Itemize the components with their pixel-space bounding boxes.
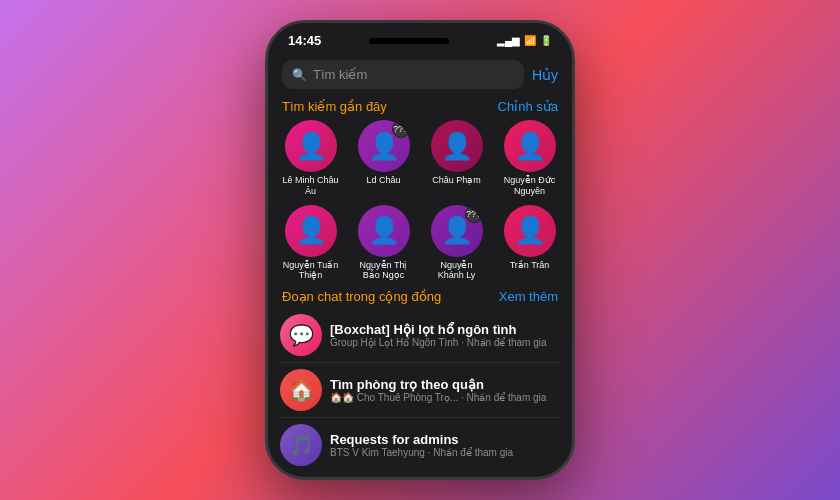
avatar-item-7[interactable]: 👤 Trần Trân xyxy=(497,205,562,282)
avatar-item-6[interactable]: 👤 ??? Nguyễn Khánh Ly xyxy=(424,205,489,282)
signal-icon: ▂▄▆ xyxy=(497,35,520,46)
chat-item-2[interactable]: 🎵 Requests for admins BTS V Kim Taehyung… xyxy=(278,418,562,472)
avatars-grid: 👤 Lê Minh Châu Âu 👤 ??? Ld Châu 👤 Châu P… xyxy=(268,120,572,281)
avatar-circle-2: 👤 xyxy=(431,120,483,172)
chat-item-1[interactable]: 🏠 Tìm phòng trọ theo quận 🏠🏠 Cho Thuê Ph… xyxy=(278,363,562,418)
recent-title: Tìm kiếm gần đây xyxy=(282,99,387,114)
avatar-circle-3: 👤 xyxy=(504,120,556,172)
chat-name-1: Tìm phòng trọ theo quận xyxy=(330,377,560,392)
avatar-circle-4: 👤 xyxy=(285,205,337,257)
avatar-name-4: Nguyễn Tuấn Thiện xyxy=(282,260,340,282)
community-title: Đoạn chat trong cộng đồng xyxy=(282,289,441,304)
chat-sub-0: Group Hội Lọt Hổ Ngôn Tình · Nhấn để tha… xyxy=(330,337,560,348)
chat-sub-2: BTS V Kim Taehyung · Nhấn để tham gia xyxy=(330,447,560,458)
edit-button[interactable]: Chỉnh sửa xyxy=(498,99,558,114)
avatar-name-0: Lê Minh Châu Âu xyxy=(282,175,340,197)
avatar-name-7: Trần Trân xyxy=(510,260,550,271)
chat-avatar-1: 🏠 xyxy=(280,369,322,411)
avatar-item-4[interactable]: 👤 Nguyễn Tuấn Thiện xyxy=(278,205,343,282)
cancel-button[interactable]: Hủy xyxy=(532,67,558,83)
avatar-name-6: Nguyễn Khánh Ly xyxy=(428,260,486,282)
avatar-item-2[interactable]: 👤 Châu Phạm xyxy=(424,120,489,197)
chat-info-2: Requests for admins BTS V Kim Taehyung ·… xyxy=(330,432,560,458)
status-time: 14:45 xyxy=(288,33,321,48)
chat-sub-1: 🏠🏠 Cho Thuê Phòng Trọ... · Nhấn để tham … xyxy=(330,392,560,403)
chat-info-1: Tìm phòng trọ theo quận 🏠🏠 Cho Thuê Phòn… xyxy=(330,377,560,403)
avatar-circle-5: 👤 xyxy=(358,205,410,257)
chat-item-0[interactable]: 💬 [Boxchat] Hội lọt hổ ngôn tình Group H… xyxy=(278,308,562,363)
avatar-item-3[interactable]: 👤 Nguyễn Đức Nguyên xyxy=(497,120,562,197)
search-icon: 🔍 xyxy=(292,68,307,82)
avatar-circle-1: 👤 ??? xyxy=(358,120,410,172)
avatar-name-5: Nguyễn Thị Bảo Ngọc xyxy=(355,260,413,282)
avatar-circle-6: 👤 ??? xyxy=(431,205,483,257)
chat-name-2: Requests for admins xyxy=(330,432,560,447)
question-badge-1: ??? xyxy=(392,120,410,138)
avatar-item-1[interactable]: 👤 ??? Ld Châu xyxy=(351,120,416,197)
search-input-box[interactable]: 🔍 Tìm kiếm xyxy=(282,60,524,89)
wifi-icon: 📶 xyxy=(524,35,536,46)
recent-section-header: Tìm kiếm gần đây Chỉnh sửa xyxy=(268,95,572,120)
question-badge-6: ??? xyxy=(465,205,483,223)
chat-name-0: [Boxchat] Hội lọt hổ ngôn tình xyxy=(330,322,560,337)
chat-info-0: [Boxchat] Hội lọt hổ ngôn tình Group Hội… xyxy=(330,322,560,348)
status-bar: 14:45 ▂▄▆ 📶 🔋 xyxy=(268,23,572,54)
community-section-header: Đoạn chat trong cộng đồng Xem thêm xyxy=(268,281,572,308)
chat-avatar-0: 💬 xyxy=(280,314,322,356)
avatar-circle-7: 👤 xyxy=(504,205,556,257)
avatar-name-2: Châu Phạm xyxy=(432,175,481,186)
notch xyxy=(369,38,449,44)
avatar-item-0[interactable]: 👤 Lê Minh Châu Âu xyxy=(278,120,343,197)
avatar-item-5[interactable]: 👤 Nguyễn Thị Bảo Ngọc xyxy=(351,205,416,282)
phone-frame: 14:45 ▂▄▆ 📶 🔋 🔍 Tìm kiếm Hủy Tìm kiếm gầ… xyxy=(265,20,575,480)
search-placeholder: Tìm kiếm xyxy=(313,67,367,82)
avatar-name-3: Nguyễn Đức Nguyên xyxy=(501,175,559,197)
chat-list: 💬 [Boxchat] Hội lọt hổ ngôn tình Group H… xyxy=(268,308,572,472)
chat-avatar-2: 🎵 xyxy=(280,424,322,466)
view-more-button[interactable]: Xem thêm xyxy=(499,289,558,304)
battery-icon: 🔋 xyxy=(540,35,552,46)
avatar-circle-0: 👤 xyxy=(285,120,337,172)
status-icons: ▂▄▆ 📶 🔋 xyxy=(497,35,552,46)
avatar-name-1: Ld Châu xyxy=(366,175,400,186)
search-bar-row: 🔍 Tìm kiếm Hủy xyxy=(268,54,572,95)
